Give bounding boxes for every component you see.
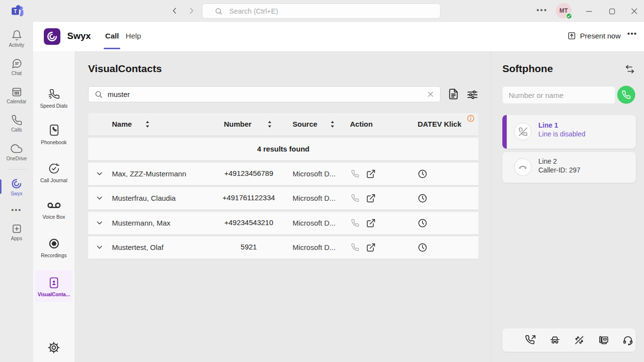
rail-item-calls[interactable]: Calls xyxy=(0,110,33,137)
minimize-button[interactable] xyxy=(584,6,594,17)
present-now-button[interactable]: Present now xyxy=(567,31,621,40)
call-action-icon[interactable] xyxy=(351,243,359,251)
open-contact-icon[interactable] xyxy=(366,218,376,228)
clear-search-icon[interactable] xyxy=(427,91,434,98)
contact-name: Mustermann, Max xyxy=(112,219,170,227)
history-clock-icon[interactable] xyxy=(418,169,427,179)
history-clock-icon[interactable] xyxy=(418,218,427,228)
contact-name: Musterfrau, Claudia xyxy=(112,194,176,202)
chevron-down-icon[interactable] xyxy=(96,244,103,251)
line-2-card[interactable]: Line 2 Caller-ID: 297 xyxy=(502,152,636,183)
chat-icon xyxy=(11,58,22,69)
table-header: Name Number Source Action DATEV Klick xyxy=(88,113,478,135)
rail-item-calendar[interactable]: Calendar xyxy=(0,81,33,109)
call-journal-icon xyxy=(33,162,74,175)
table-row[interactable]: Musterfrau, Claudia +491761122334 Micros… xyxy=(88,187,478,210)
secondary-call-disabled-icon[interactable] xyxy=(573,334,585,346)
sidebar-item-recordings[interactable]: Recordings xyxy=(33,237,74,258)
dial-call-button[interactable] xyxy=(617,86,635,104)
table-row[interactable]: Mustermann, Max +49234543210 Microsoft D… xyxy=(88,212,478,234)
settings-gear-icon[interactable] xyxy=(33,341,74,354)
column-header-action: Action xyxy=(350,120,373,128)
contact-source: Microsoft D... xyxy=(293,219,335,227)
swyx-logo-icon xyxy=(44,28,60,45)
rail-item-onedrive[interactable]: OneDrive xyxy=(0,138,33,166)
calendar-icon xyxy=(11,86,22,97)
filter-settings-icon[interactable] xyxy=(466,89,478,101)
contact-search-bar[interactable] xyxy=(88,86,441,102)
sort-icon[interactable] xyxy=(145,120,150,129)
main-content: VisualContacts Name Number Source xyxy=(74,51,491,362)
softphone-panel: Softphone Line 1 Line is disabled Line 2… xyxy=(491,51,644,362)
call-forwarding-icon[interactable] xyxy=(525,334,536,346)
column-header-source[interactable]: Source xyxy=(293,120,317,128)
sidebar-item-voice-box[interactable]: Voice Box xyxy=(33,200,74,220)
sidebar-item-label: Speed Dials xyxy=(33,103,74,109)
rail-item-apps[interactable]: Apps xyxy=(0,218,33,246)
back-arrow-icon[interactable] xyxy=(170,6,179,15)
chevron-down-icon[interactable] xyxy=(96,194,103,202)
line-status: Caller-ID: 297 xyxy=(538,166,580,174)
table-row[interactable]: Max, ZZZ-Mustermann +49123456789 Microso… xyxy=(88,163,478,185)
teams-search-bar[interactable] xyxy=(202,3,441,19)
export-document-icon[interactable] xyxy=(447,87,460,101)
teams-search-input[interactable] xyxy=(229,7,414,15)
sort-icon[interactable] xyxy=(330,120,335,129)
open-contact-icon[interactable] xyxy=(366,169,376,179)
tab-help[interactable]: Help xyxy=(126,32,141,40)
bell-icon xyxy=(11,30,22,41)
apps-icon xyxy=(11,223,22,234)
rail-item-swyx[interactable]: Swyx xyxy=(0,173,33,201)
sidebar-item-visualcontacts[interactable]: VisualConta... xyxy=(35,270,73,302)
call-action-icon[interactable] xyxy=(351,219,359,227)
results-count: 4 results found xyxy=(88,138,478,160)
close-button[interactable] xyxy=(629,6,640,17)
swap-panel-icon[interactable] xyxy=(625,65,635,74)
info-icon[interactable] xyxy=(467,114,475,122)
open-contact-icon[interactable] xyxy=(366,243,376,252)
sidebar-item-label: Recordings xyxy=(33,252,74,258)
sort-icon[interactable] xyxy=(267,120,273,129)
contact-name: Max, ZZZ-Mustermann xyxy=(112,170,186,178)
softphone-title: Softphone xyxy=(502,63,553,75)
forward-arrow-icon[interactable] xyxy=(187,6,196,15)
chevron-down-icon[interactable] xyxy=(96,219,103,227)
tab-call[interactable]: Call xyxy=(105,32,119,40)
hide-number-incognito-icon[interactable] xyxy=(549,334,561,346)
share-screen-icon xyxy=(567,31,576,40)
column-header-number[interactable]: Number xyxy=(224,120,252,128)
avatar[interactable]: MT xyxy=(556,3,571,19)
dial-input[interactable] xyxy=(509,91,609,99)
desk-phone-icon[interactable] xyxy=(598,334,609,346)
table-row[interactable]: Mustertest, Olaf 5921 Microsoft D... xyxy=(88,236,478,259)
history-clock-icon[interactable] xyxy=(418,243,427,252)
dial-input-wrap[interactable] xyxy=(502,86,615,104)
rail-label: Activity xyxy=(9,42,24,48)
call-action-icon[interactable] xyxy=(351,194,359,202)
history-clock-icon[interactable] xyxy=(418,193,427,203)
column-header-name[interactable]: Name xyxy=(112,120,132,128)
maximize-button[interactable] xyxy=(607,6,617,17)
line-1-card[interactable]: Line 1 Line is disabled xyxy=(502,115,636,149)
rail-item-chat[interactable]: Chat xyxy=(0,53,33,81)
rail-more-apps-icon[interactable]: ••• xyxy=(0,201,33,218)
handset-idle-icon xyxy=(514,158,532,176)
contact-name: Mustertest, Olaf xyxy=(112,243,164,251)
open-contact-icon[interactable] xyxy=(366,193,376,203)
search-icon xyxy=(94,90,103,98)
rail-label: Apps xyxy=(11,236,22,241)
call-action-icon[interactable] xyxy=(351,170,359,178)
titlebar-more-icon[interactable]: ••• xyxy=(536,6,548,15)
headset-icon[interactable] xyxy=(622,334,634,346)
chevron-down-icon[interactable] xyxy=(96,170,103,177)
sidebar-item-label: VisualConta... xyxy=(35,292,73,297)
voicemail-icon xyxy=(33,200,74,211)
contact-search-input[interactable] xyxy=(108,90,427,98)
contact-source: Microsoft D... xyxy=(293,170,335,178)
app-more-icon[interactable]: ••• xyxy=(627,29,637,38)
sidebar-item-speed-dials[interactable]: Speed Dials xyxy=(33,88,74,109)
sidebar-item-phonebook[interactable]: Phonebook xyxy=(33,123,74,145)
sidebar-item-call-journal[interactable]: Call Journal xyxy=(33,162,74,183)
swyx-sidebar: Speed Dials Phonebook Call Journal Voice… xyxy=(33,51,74,362)
rail-item-activity[interactable]: Activity xyxy=(0,25,33,53)
